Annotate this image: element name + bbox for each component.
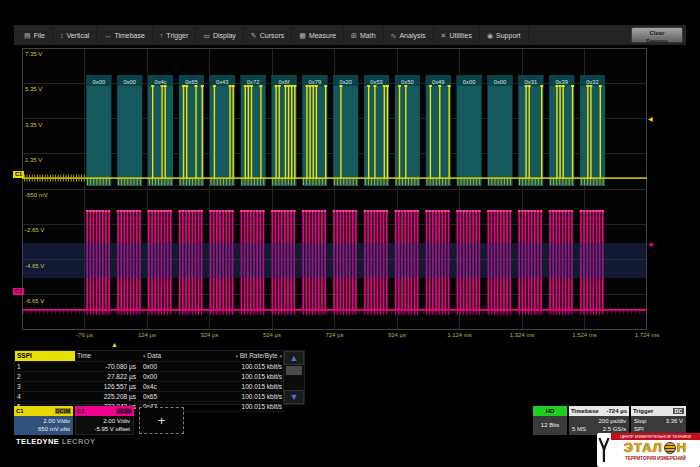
trigger-descriptor-box[interactable]: Trigger DC Stop 3.36 V SPI (631, 406, 686, 435)
scroll-up-button[interactable]: ▲ (284, 351, 304, 365)
row-time-cell: -70.080 µs (75, 362, 139, 371)
voltage-axis-label: -650 mV (25, 192, 48, 198)
timebase-delay: -724 µs (607, 408, 627, 414)
row-rate-cell: 100.015 kbit/s (225, 382, 286, 391)
table-row[interactable]: 1-70.080 µs0x00100.015 kbit/s (15, 362, 286, 372)
timebase-title: Timebase (571, 408, 599, 414)
menu-item-label: Utilities (449, 32, 472, 39)
c1-trigger-level-marker[interactable]: ◀ (648, 116, 653, 122)
c2-level-marker[interactable]: ◀ (648, 241, 653, 247)
table-row[interactable]: 227.822 µs0x00100.015 kbit/s (15, 372, 286, 382)
utilities-icon: ✕ (441, 32, 447, 39)
voltage-axis-label: 3.35 V (25, 122, 42, 128)
time-axis-label: 324 µs (200, 332, 218, 338)
table-scrollbar[interactable]: ▲ ▼ (283, 351, 304, 404)
menu-item-display[interactable]: ▭Display (196, 27, 244, 43)
c2-offset: -5.95 V offset (79, 425, 130, 433)
menu-item-label: Analysis (399, 32, 425, 39)
timebase-descriptor-box[interactable]: Timebase -724 µs 200 µs/div 5 MS 2.5 GS/… (569, 406, 629, 435)
scroll-down-button[interactable]: ▼ (284, 390, 304, 404)
etalon-fork-icon (597, 433, 611, 467)
decode-byte-label: 0x00 (93, 79, 106, 85)
cursors-icon: ✎ (251, 32, 257, 39)
c1-zero-marker[interactable]: C1 (13, 171, 24, 178)
decode-result-table: SSPI Time ▾ Data ▾ Bit Rate/Byte ▾ 1-70.… (14, 350, 305, 405)
c1-offset: 650 mV ofst (17, 425, 70, 433)
etalon-logo: ЦЕНТР ИЗМЕРИТЕЛЬНОЙ ТЕХНИКИ ЭТАЛН ТЕРРИТ… (597, 433, 700, 467)
trigger-mode: Stop (634, 417, 646, 425)
trigger-time-marker[interactable]: ▲ (111, 341, 118, 348)
time-axis-label: 1.724 ms (635, 332, 660, 338)
decode-byte-label: 0x00 (463, 79, 476, 85)
c1-scale: 2.00 V/div (17, 417, 70, 425)
table-row[interactable]: 4225.208 µs0x65100.015 kbit/s (15, 392, 286, 402)
time-column-header[interactable]: Time (75, 351, 139, 361)
rate-column-header[interactable]: ▾ Bit Rate/Byte ▾ (225, 351, 286, 361)
time-axis-label: 1.324 ms (510, 332, 535, 338)
decode-byte-label: 0x6f (279, 79, 290, 85)
c2-coupling-badge: DC1M (116, 408, 132, 414)
hd-mode-box[interactable]: HD 12 Bits (533, 406, 567, 435)
voltage-axis-label: -6.65 V (25, 298, 44, 304)
clear-sweeps-button[interactable]: Clear Sweeps (631, 27, 683, 43)
etalon-bottom-text: ТЕРРИТОРИЯ ИЗМЕРЕНИЙ (611, 455, 700, 463)
menu-item-cursors[interactable]: ✎Cursors (244, 27, 292, 43)
menu-item-file[interactable]: ▤File (17, 27, 53, 43)
trigger-level: 3.36 V (666, 417, 683, 425)
menu-item-utilities[interactable]: ✕Utilities (434, 27, 480, 43)
protocol-header-cell[interactable]: SSPI (15, 351, 75, 361)
scrollbar-track[interactable] (284, 376, 304, 390)
row-time-cell: 126.557 µs (75, 382, 139, 391)
add-channel-button[interactable]: + (139, 407, 184, 434)
support-icon: ◉ (487, 32, 493, 39)
timebase-rate: 2.5 GS/s (603, 425, 626, 433)
trigger-type: SPI (634, 425, 644, 433)
waveform-grid[interactable]: 0x000x000x4c0x650x430x720x6f0x790x200x53… (22, 48, 647, 330)
row-rate-cell: 100.015 kbit/s (225, 372, 286, 381)
sort-arrow-icon: ▾ (279, 353, 282, 359)
display-icon: ▭ (203, 32, 210, 39)
row-data-cell: 0x00 (139, 372, 225, 381)
decode-byte-label: 0x00 (123, 79, 136, 85)
decode-blocks: 0x000x000x4c0x650x430x720x6f0x790x200x53… (86, 75, 605, 186)
voltage-axis-label: 5.35 V (25, 86, 42, 92)
oscilloscope-screen: { "menu": { "items": [ {"icon": "▤", "ic… (0, 0, 700, 467)
menu-item-math[interactable]: ⊞Math (344, 27, 383, 43)
menu-item-vertical[interactable]: ↕Vertical (53, 27, 97, 43)
row-index-cell: 1 (15, 362, 75, 371)
menu-item-label: Math (360, 32, 376, 39)
menu-item-support[interactable]: ◉Support (480, 27, 529, 43)
decode-byte-label: 0x43 (216, 79, 229, 85)
time-axis-label: 924 µs (388, 332, 406, 338)
menu-item-label: Trigger (166, 32, 188, 39)
menu-item-measure[interactable]: ▦Measure (292, 27, 344, 43)
time-axis-label: -76 µs (76, 332, 93, 338)
row-rate-cell: 100.015 kbit/s (225, 392, 286, 401)
timebase-samples: 5 MS (572, 425, 586, 433)
data-column-header[interactable]: ▾ Data (139, 351, 225, 361)
c2-descriptor-box[interactable]: C2 DC1M 2.00 V/div -5.95 V offset (75, 406, 134, 435)
time-axis-label: 724 µs (325, 332, 343, 338)
teledyne-lecroy-logo: TELEDYNE LECROY (16, 437, 95, 446)
menu-item-label: Timebase (114, 32, 144, 39)
clear-sweeps-line1: Clear (632, 29, 682, 37)
scrollbar-thumb[interactable] (286, 366, 302, 375)
decode-byte-label: 0x20 (339, 79, 352, 85)
menu-item-label: Measure (309, 32, 336, 39)
trigger-title: Trigger (633, 408, 653, 414)
time-axis-label: 1.524 ms (572, 332, 597, 338)
decode-byte-label: 0x79 (309, 79, 322, 85)
row-rate-cell: 100.015 kbit/s (225, 362, 286, 371)
c1-descriptor-box[interactable]: C1 DC1M 2.00 V/div 650 mV ofst (14, 406, 73, 435)
menu-item-label: File (34, 32, 45, 39)
menu-item-trigger[interactable]: ↑Trigger (153, 27, 196, 43)
menu-item-analysis[interactable]: ∿Analysis (384, 27, 434, 43)
c1-label: C1 (16, 408, 24, 414)
menu-item-timebase[interactable]: ↔Timebase (97, 27, 152, 43)
file-icon: ▤ (24, 32, 31, 39)
table-row[interactable]: 3126.557 µs0x4c100.015 kbit/s (15, 382, 286, 392)
row-time-cell: 225.208 µs (75, 392, 139, 401)
c2-zero-marker[interactable]: C2 (13, 288, 24, 295)
etalon-name: ЭТАЛН (624, 440, 687, 455)
measure-icon: ▦ (299, 32, 306, 39)
